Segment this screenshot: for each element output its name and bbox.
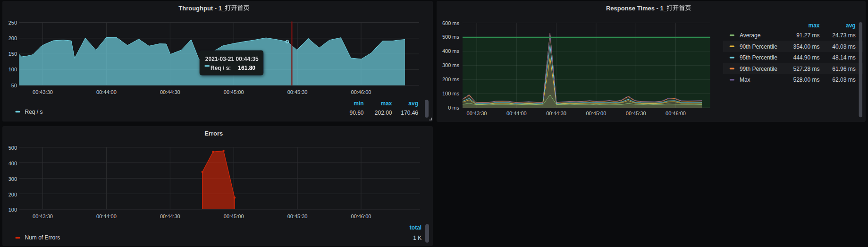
svg-text:161.80: 161.80: [238, 65, 255, 71]
svg-text:00:45:00: 00:45:00: [224, 213, 244, 219]
svg-text:Req / s:: Req / s:: [211, 65, 231, 71]
svg-text:90.60: 90.60: [349, 110, 363, 116]
svg-text:250: 250: [8, 20, 17, 26]
svg-text:400: 400: [8, 161, 17, 166]
svg-text:00:46:00: 00:46:00: [351, 89, 371, 95]
svg-text:00:44:30: 00:44:30: [160, 89, 180, 95]
svg-text:444.90 ms: 444.90 ms: [793, 54, 819, 61]
svg-text:Throughput - 1_: Throughput - 1_: [178, 5, 226, 12]
svg-text:00:43:30: 00:43:30: [33, 89, 53, 95]
svg-text:avg: avg: [408, 100, 418, 107]
svg-text:62.03 ms: 62.03 ms: [832, 77, 855, 83]
svg-text:24.73 ms: 24.73 ms: [832, 32, 855, 39]
svg-text:600 ms: 600 ms: [442, 20, 460, 26]
svg-text:400 ms: 400 ms: [442, 48, 460, 54]
svg-text:300 ms: 300 ms: [442, 62, 460, 68]
svg-text:200: 200: [8, 35, 17, 41]
svg-text:150: 150: [8, 51, 17, 57]
svg-text:Max: Max: [740, 77, 750, 83]
svg-text:Num of Errors: Num of Errors: [25, 234, 60, 241]
svg-text:00:45:00: 00:45:00: [224, 89, 244, 95]
svg-text:00:43:30: 00:43:30: [33, 213, 53, 219]
svg-text:200 ms: 200 ms: [442, 77, 460, 82]
svg-text:354.00 ms: 354.00 ms: [793, 43, 819, 50]
svg-text:Req / s: Req / s: [25, 109, 43, 115]
svg-text:50: 50: [11, 83, 17, 88]
svg-text:48.14 ms: 48.14 ms: [832, 54, 855, 61]
svg-text:90th Percentile: 90th Percentile: [740, 43, 777, 50]
svg-text:527.28 ms: 527.28 ms: [793, 66, 819, 72]
svg-text:0 ms: 0 ms: [448, 105, 459, 111]
svg-text:00:44:30: 00:44:30: [546, 111, 566, 116]
svg-text:00:46:00: 00:46:00: [666, 111, 686, 116]
svg-text:00:45:30: 00:45:30: [626, 111, 646, 116]
svg-text:61.96 ms: 61.96 ms: [832, 66, 855, 72]
svg-text:200: 200: [8, 192, 17, 197]
svg-text:00:44:00: 00:44:00: [96, 89, 117, 95]
svg-text:avg: avg: [846, 22, 856, 29]
svg-text:99th Percentile: 99th Percentile: [740, 66, 777, 72]
svg-text:1 K: 1 K: [413, 235, 421, 241]
svg-text:max: max: [808, 22, 819, 29]
svg-text:170.46: 170.46: [401, 110, 418, 116]
svg-text:00:43:30: 00:43:30: [467, 111, 487, 116]
svg-text:91.27 ms: 91.27 ms: [796, 32, 819, 39]
svg-text:2021-03-21 00:44:35: 2021-03-21 00:44:35: [205, 56, 259, 62]
svg-text:100: 100: [8, 67, 17, 72]
svg-text:00:44:30: 00:44:30: [160, 213, 180, 219]
svg-text:00:45:30: 00:45:30: [287, 89, 308, 95]
svg-text:40.03 ms: 40.03 ms: [832, 43, 855, 50]
svg-text:500: 500: [8, 145, 17, 151]
svg-text:100: 100: [8, 207, 17, 213]
svg-text:00:45:00: 00:45:00: [586, 111, 606, 116]
svg-text:00:44:00: 00:44:00: [96, 213, 117, 219]
svg-text:00:46:00: 00:46:00: [351, 213, 371, 219]
svg-text:00:45:30: 00:45:30: [287, 213, 308, 219]
svg-text:95th Percentile: 95th Percentile: [740, 54, 777, 61]
svg-text:Average: Average: [740, 32, 761, 39]
svg-text:Response Times - 1_: Response Times - 1_: [606, 5, 667, 12]
svg-text:202.00: 202.00: [375, 110, 392, 116]
svg-text:min: min: [354, 100, 363, 107]
svg-text:100 ms: 100 ms: [442, 91, 460, 96]
svg-text:00:44:00: 00:44:00: [506, 111, 527, 116]
svg-text:528.00 ms: 528.00 ms: [793, 77, 819, 83]
svg-text:300: 300: [8, 176, 17, 182]
svg-text:500 ms: 500 ms: [442, 34, 460, 40]
svg-text:Errors: Errors: [204, 130, 223, 137]
svg-text:max: max: [380, 100, 392, 107]
svg-text:total: total: [410, 224, 421, 231]
